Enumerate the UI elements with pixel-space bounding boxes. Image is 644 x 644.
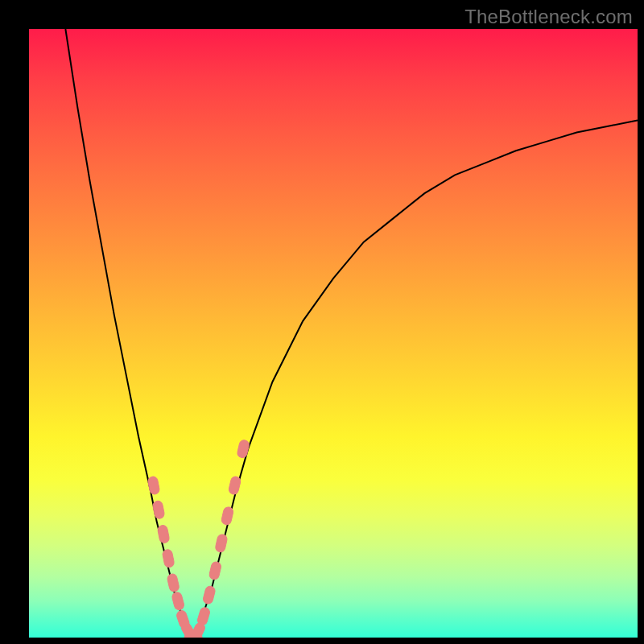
- plot-area: [29, 29, 638, 638]
- bead-marker: [202, 585, 216, 605]
- watermark-text: TheBottleneck.com: [464, 6, 633, 28]
- chart-stage: TheBottleneck.com: [0, 0, 644, 644]
- bead-marker: [215, 534, 228, 553]
- bead-marker: [221, 506, 234, 526]
- bead-marker: [228, 476, 242, 495]
- bead-marker: [196, 606, 211, 626]
- curve-left-branch: [65, 29, 193, 638]
- curve-right-branch: [193, 120, 638, 638]
- bead-marker: [167, 573, 180, 592]
- plot-svg: [29, 29, 638, 638]
- bead-marker: [162, 549, 175, 568]
- bead-marker: [208, 561, 222, 580]
- bead-marker: [152, 500, 165, 519]
- bead-markers: [147, 440, 250, 638]
- bead-marker: [157, 525, 170, 544]
- bead-marker: [147, 476, 160, 495]
- bead-marker: [171, 591, 185, 610]
- bead-marker: [237, 440, 250, 459]
